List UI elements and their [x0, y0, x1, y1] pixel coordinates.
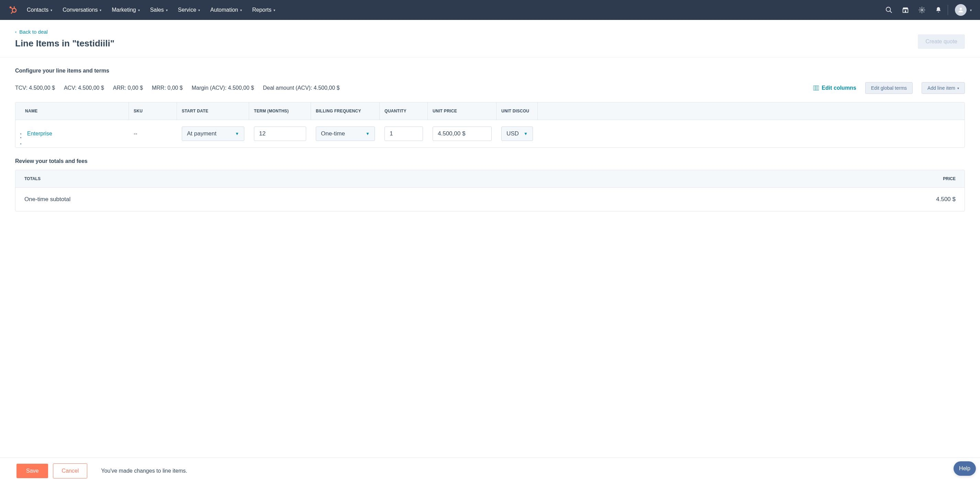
term-input[interactable] — [254, 126, 306, 141]
discount-currency-select[interactable]: USD ▼ — [501, 126, 533, 141]
totals-table: TOTALS PRICE One-time subtotal 4.500 $ — [15, 170, 965, 212]
svg-rect-10 — [905, 10, 906, 13]
totals-row: One-time subtotal 4.500 $ — [16, 188, 964, 211]
back-link-label: Back to deal — [19, 29, 48, 35]
chevron-down-icon: ▾ — [100, 8, 101, 12]
svg-line-5 — [12, 12, 13, 13]
totals-header: TOTALS PRICE — [16, 170, 964, 188]
start-date-select[interactable]: At payment ▼ — [182, 126, 244, 141]
chevron-down-icon: ▾ — [970, 8, 972, 12]
summary-arr: ARR: 0,00 $ — [113, 85, 143, 91]
summary-tcv: TCV: 4.500,00 $ — [15, 85, 55, 91]
chevron-down-icon: ▾ — [198, 8, 200, 12]
col-billing: BILLING FREQUENCY — [311, 102, 380, 119]
totals-header-right: PRICE — [943, 176, 956, 181]
edit-global-terms-button[interactable]: Edit global terms — [865, 82, 913, 94]
caret-down-icon: ▼ — [524, 131, 528, 136]
back-to-deal-link[interactable]: ‹ Back to deal — [15, 29, 48, 35]
account-menu[interactable]: ▾ — [955, 4, 972, 16]
search-icon[interactable] — [885, 6, 893, 14]
nav-menu: Contacts▾ Conversations▾ Marketing▾ Sale… — [27, 7, 275, 13]
svg-point-6 — [11, 13, 12, 13]
col-unit-discount: UNIT DISCOU — [496, 102, 538, 119]
summary-acv: ACV: 4.500,00 $ — [64, 85, 104, 91]
nav-sales[interactable]: Sales▾ — [150, 7, 168, 13]
line-items-table: NAME SKU START DATE TERM (MONTHS) BILLIN… — [15, 102, 965, 148]
cell-sku: -- — [129, 120, 177, 148]
table-header: NAME SKU START DATE TERM (MONTHS) BILLIN… — [16, 102, 964, 120]
cell-billing: One-time ▼ — [311, 120, 380, 148]
quantity-field[interactable] — [390, 130, 418, 137]
nav-automation[interactable]: Automation▾ — [210, 7, 242, 13]
cell-unit-price — [428, 120, 496, 148]
cell-discount: USD ▼ — [496, 120, 538, 148]
marketplace-icon[interactable] — [902, 6, 909, 14]
svg-line-8 — [890, 11, 892, 13]
nav-service[interactable]: Service▾ — [178, 7, 200, 13]
page-header: ‹ Back to deal Line Items in "testidiili… — [0, 20, 980, 57]
line-item-name-link[interactable]: Enterprise — [27, 131, 52, 137]
table-row: Enterprise -- At payment ▼ One-time ▼ — [16, 120, 964, 148]
caret-down-icon: ▼ — [366, 131, 370, 136]
totals-header-left: TOTALS — [24, 176, 41, 181]
col-name: NAME — [16, 102, 129, 119]
summary-deal: Deal amount (ACV): 4.500,00 $ — [263, 85, 339, 91]
col-start-date: START DATE — [177, 102, 249, 119]
chevron-down-icon: ▾ — [274, 8, 275, 12]
summary-row: TCV: 4.500,00 $ ACV: 4.500,00 $ ARR: 0,0… — [15, 82, 965, 94]
edit-columns-link[interactable]: Edit columns — [813, 85, 856, 91]
cell-start-date: At payment ▼ — [177, 120, 249, 148]
cell-term — [249, 120, 311, 148]
bell-icon[interactable] — [935, 6, 942, 14]
col-quantity: QUANTITY — [380, 102, 428, 119]
totals-row-label: One-time subtotal — [24, 196, 70, 203]
top-nav: Contacts▾ Conversations▾ Marketing▾ Sale… — [0, 0, 980, 20]
configure-heading: Configure your line items and terms — [15, 68, 965, 74]
svg-point-4 — [14, 6, 15, 8]
summary-mrr: MRR: 0,00 $ — [152, 85, 183, 91]
nav-divider — [948, 5, 948, 15]
page-title: Line Items in "testidiili" — [15, 38, 115, 49]
quantity-input[interactable] — [385, 126, 423, 141]
term-field[interactable] — [259, 130, 301, 137]
nav-marketing[interactable]: Marketing▾ — [112, 7, 140, 13]
caret-down-icon: ▼ — [235, 131, 239, 136]
main-content: Configure your line items and terms TCV:… — [0, 57, 980, 249]
col-term: TERM (MONTHS) — [249, 102, 311, 119]
col-unit-price: UNIT PRICE — [428, 102, 496, 119]
nav-icons — [885, 6, 942, 14]
create-quote-button[interactable]: Create quote — [918, 34, 965, 49]
svg-point-12 — [960, 8, 962, 10]
chevron-down-icon: ▾ — [51, 8, 52, 12]
svg-rect-13 — [813, 86, 819, 91]
chevron-down-icon: ▾ — [138, 8, 140, 12]
columns-icon — [813, 86, 819, 91]
caret-down-icon: ▾ — [957, 86, 959, 90]
svg-point-7 — [886, 7, 891, 12]
add-line-item-button[interactable]: Add line item▾ — [921, 82, 965, 94]
avatar-icon — [955, 4, 967, 16]
totals-row-price: 4.500 $ — [936, 196, 956, 203]
billing-select[interactable]: One-time ▼ — [316, 126, 375, 141]
cell-name: Enterprise — [16, 120, 129, 148]
chevron-down-icon: ▾ — [166, 8, 168, 12]
review-heading: Review your totals and fees — [15, 158, 965, 164]
hubspot-logo-icon[interactable] — [8, 5, 17, 14]
nav-reports[interactable]: Reports▾ — [252, 7, 275, 13]
chevron-down-icon: ▾ — [240, 8, 242, 12]
cell-quantity — [380, 120, 428, 148]
gear-icon[interactable] — [918, 6, 926, 14]
col-sku: SKU — [129, 102, 177, 119]
drag-handle-icon[interactable] — [20, 134, 24, 134]
svg-line-2 — [11, 7, 13, 9]
summary-margin: Margin (ACV): 4.500,00 $ — [192, 85, 254, 91]
unit-price-field[interactable] — [438, 130, 487, 137]
chevron-left-icon: ‹ — [15, 29, 16, 34]
unit-price-input[interactable] — [433, 126, 492, 141]
svg-point-11 — [921, 9, 923, 11]
nav-conversations[interactable]: Conversations▾ — [62, 7, 101, 13]
nav-contacts[interactable]: Contacts▾ — [27, 7, 52, 13]
